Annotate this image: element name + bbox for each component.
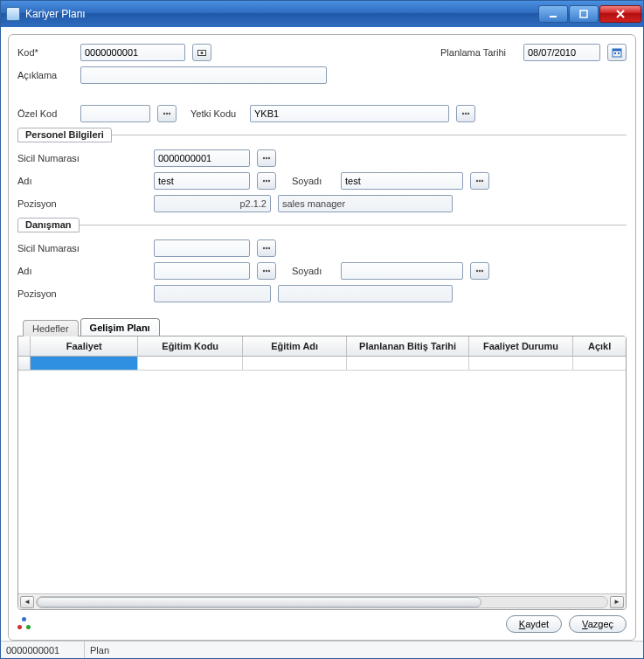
personel-pozisyon-code	[154, 195, 271, 212]
grid-cell-aciklama[interactable]	[573, 357, 626, 371]
scroll-left-button[interactable]: ◄	[20, 596, 34, 608]
tab-gelisim-plani[interactable]: Gelişim Planı	[80, 318, 160, 336]
personel-pozisyon-text	[278, 195, 453, 212]
grid-hscroll[interactable]: ◄ ►	[18, 593, 626, 609]
scroll-thumb[interactable]	[37, 597, 481, 607]
ozel-kod-input[interactable]	[80, 105, 150, 122]
svg-point-17	[268, 157, 270, 159]
danisman-adi-label: Adı	[17, 266, 91, 276]
grid[interactable]: Faaliyet Eğitim Kodu Eğitim Adı Planlana…	[18, 336, 626, 609]
danisman-section: Danışman	[17, 225, 627, 225]
danisman-pozisyon-label: Pozisyon	[17, 288, 91, 299]
grid-cell-faaliyet[interactable]	[31, 357, 138, 371]
tab-hedefler[interactable]: Hedefler	[23, 320, 79, 336]
danisman-pozisyon-text	[278, 285, 453, 302]
danisman-adi-input[interactable]	[154, 262, 250, 280]
kaydet-button[interactable]: Kaydet	[506, 615, 562, 633]
aciklama-label: Açıklama	[17, 70, 73, 80]
kod-label: Kod*	[17, 47, 73, 58]
statusbar: 0000000001 Plan	[1, 641, 643, 658]
grid-cell-planlanan-bitis[interactable]	[347, 357, 468, 371]
tab-content: Faaliyet Eğitim Kodu Eğitim Adı Planlana…	[17, 336, 627, 610]
danisman-pozisyon-code	[154, 285, 271, 302]
planlama-tarihi-input[interactable]	[523, 44, 600, 61]
yetki-kodu-lookup-button[interactable]	[456, 105, 475, 122]
ozel-kod-label: Özel Kod	[17, 108, 73, 119]
minimize-button[interactable]	[538, 5, 568, 23]
svg-point-29	[268, 270, 270, 272]
window-buttons	[537, 5, 641, 23]
grid-header: Faaliyet Eğitim Kodu Eğitim Adı Planlana…	[18, 336, 626, 357]
svg-point-32	[481, 270, 483, 272]
svg-point-4	[201, 52, 204, 54]
status-plan: Plan	[85, 642, 643, 658]
danisman-sicil-lookup-button[interactable]	[257, 239, 276, 257]
svg-point-20	[268, 180, 270, 182]
aciklama-input[interactable]	[80, 66, 327, 84]
maximize-button[interactable]	[569, 5, 599, 23]
svg-point-22	[479, 180, 481, 182]
grid-col-faaliyet[interactable]: Faaliyet	[31, 336, 138, 356]
calendar-button[interactable]	[607, 44, 627, 61]
grid-cell-egitim-adi[interactable]	[243, 357, 347, 371]
row-aciklama: Açıklama	[17, 66, 627, 84]
svg-point-13	[465, 113, 467, 114]
svg-point-24	[263, 247, 265, 249]
danisman-soyadi-label: Soyadı	[292, 266, 334, 276]
svg-point-19	[266, 180, 267, 182]
status-code: 0000000001	[1, 642, 85, 658]
svg-point-30	[476, 270, 478, 272]
svg-rect-7	[614, 52, 616, 54]
personel-adi-input[interactable]	[154, 172, 250, 190]
client-area: Kod* Planlama Tarihi Açıklama Özel Kod	[1, 27, 643, 641]
grid-body[interactable]	[18, 357, 626, 593]
svg-rect-1	[580, 10, 587, 17]
scroll-track[interactable]	[36, 596, 608, 608]
grid-row[interactable]	[18, 357, 626, 371]
svg-point-31	[479, 270, 481, 272]
kod-action-button[interactable]	[192, 44, 211, 61]
svg-point-21	[476, 180, 478, 182]
main-panel: Kod* Planlama Tarihi Açıklama Özel Kod	[8, 34, 636, 641]
tab-area: Hedefler Gelişim Planı Faaliyet Eğitim K…	[17, 316, 627, 610]
yetki-kodu-label: Yetki Kodu	[190, 108, 243, 119]
grid-col-planlanan-bitis[interactable]: Planlanan Bitiş Tarihi	[347, 336, 468, 356]
grid-cell-faaliyet-durumu[interactable]	[469, 357, 573, 371]
personel-sicil-input[interactable]	[154, 149, 250, 167]
vazgec-button[interactable]: Vazgeç	[569, 615, 627, 633]
svg-point-18	[263, 180, 265, 182]
grid-col-faaliyet-durumu[interactable]: Faaliyet Durumu	[469, 336, 573, 356]
danisman-adi-lookup-button[interactable]	[257, 262, 276, 280]
ozel-kod-lookup-button[interactable]	[157, 105, 177, 122]
window-title: Kariyer Planı	[25, 8, 537, 20]
svg-point-14	[467, 113, 469, 114]
personel-adi-lookup-button[interactable]	[257, 172, 276, 190]
personel-soyadi-lookup-button[interactable]	[470, 172, 489, 190]
grid-row-selector-header[interactable]	[18, 336, 31, 356]
personel-legend: Personel Bilgileri	[17, 128, 112, 142]
titlebar: Kariyer Planı	[1, 1, 643, 27]
personel-soyadi-input[interactable]	[341, 172, 463, 190]
svg-rect-6	[613, 49, 621, 52]
svg-point-10	[166, 113, 168, 114]
grid-col-egitim-adi[interactable]: Eğitim Adı	[243, 336, 347, 356]
yetki-kodu-input[interactable]	[250, 105, 449, 122]
svg-point-23	[481, 180, 483, 182]
personel-section: Personel Bilgileri	[17, 135, 627, 135]
grid-col-aciklama[interactable]: Açıkl	[573, 336, 626, 356]
grid-cell-egitim-kodu[interactable]	[138, 357, 242, 371]
svg-point-9	[163, 113, 165, 114]
danisman-sicil-input[interactable]	[154, 239, 250, 257]
app-icon	[6, 7, 20, 21]
kod-input[interactable]	[80, 44, 185, 61]
scroll-right-button[interactable]: ►	[610, 596, 624, 608]
grid-row-handle[interactable]	[18, 357, 31, 371]
svg-point-15	[263, 157, 265, 159]
danisman-soyadi-input[interactable]	[341, 262, 463, 280]
svg-point-27	[263, 270, 265, 272]
danisman-soyadi-lookup-button[interactable]	[470, 262, 489, 280]
grid-col-egitim-kodu[interactable]: Eğitim Kodu	[138, 336, 242, 356]
close-button[interactable]	[599, 5, 641, 23]
org-chart-icon[interactable]	[17, 617, 31, 631]
personel-sicil-lookup-button[interactable]	[257, 149, 276, 167]
